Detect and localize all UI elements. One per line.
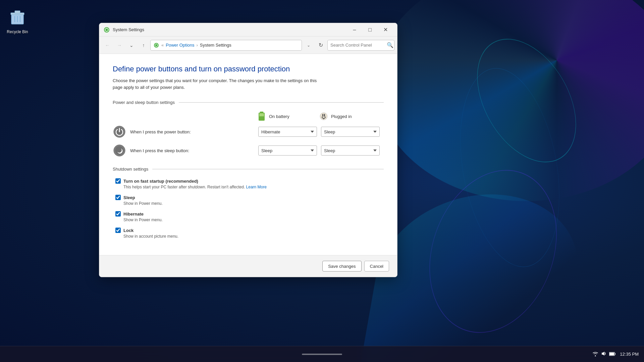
- forward-button[interactable]: →: [114, 40, 125, 51]
- taskbar-scrollbar-indicator: [302, 354, 342, 355]
- taskbar: 12:35 PM: [0, 346, 644, 362]
- power-button-on-battery-select[interactable]: Hibernate Do nothing Sleep Shut down Tur…: [258, 127, 317, 137]
- path-separator-before: «: [161, 43, 164, 48]
- section1-title: Power and sleep button settings: [113, 100, 175, 105]
- address-path[interactable]: « Power Options › System Settings: [150, 40, 302, 51]
- lock-checkbox[interactable]: [115, 228, 121, 233]
- section1-header: Power and sleep button settings: [113, 100, 384, 105]
- column-headers: On battery Plugged in: [113, 112, 384, 121]
- fast-startup-description: This helps start your PC faster after sh…: [123, 185, 384, 189]
- on-battery-header: On battery: [257, 112, 319, 121]
- address-bar: ← → ⌄ ↑ « Power Options › System Setting…: [99, 37, 397, 54]
- window-controls: – □ ✕: [347, 24, 393, 35]
- plugged-in-label: Plugged in: [331, 114, 352, 119]
- wifi-icon[interactable]: [592, 351, 598, 358]
- section1-divider: [179, 102, 384, 103]
- sleep-item: Sleep Show in Power menu.: [113, 195, 384, 206]
- power-button-label: When I press the power button:: [130, 129, 258, 134]
- up-button[interactable]: ↑: [138, 40, 149, 51]
- path-power-options[interactable]: Power Options: [166, 43, 194, 48]
- sleep-button-on-battery-select[interactable]: Sleep Do nothing Hibernate Shut down Tur…: [258, 145, 317, 156]
- sleep-description: Show in Power menu.: [123, 201, 384, 206]
- on-battery-label: On battery: [269, 114, 289, 119]
- back-button[interactable]: ←: [102, 40, 113, 51]
- minimize-button[interactable]: –: [347, 24, 362, 35]
- lock-description: Show in account picture menu.: [123, 234, 384, 239]
- sleep-checkbox[interactable]: [115, 195, 121, 200]
- recycle-bin-icon[interactable]: Recycle Bin: [7, 7, 28, 34]
- footer: Save changes Cancel: [99, 255, 397, 277]
- page-title: Define power buttons and turn on passwor…: [113, 65, 384, 73]
- fast-startup-checkbox[interactable]: [115, 178, 121, 184]
- close-button[interactable]: ✕: [378, 24, 393, 35]
- section2-divider: [152, 169, 384, 169]
- sleep-label[interactable]: Sleep: [123, 195, 135, 200]
- power-button-setting: When I press the power button: Hibernate…: [113, 125, 384, 138]
- svg-rect-33: [609, 353, 614, 355]
- lock-row: Lock: [115, 228, 384, 233]
- path-system-settings: System Settings: [200, 43, 231, 48]
- svg-marker-30: [602, 352, 604, 356]
- svg-rect-2: [15, 11, 20, 13]
- svg-rect-34: [615, 353, 615, 355]
- plugged-in-header: Plugged in: [319, 112, 381, 121]
- shutdown-section: Shutdown settings Turn on fast startup (…: [113, 167, 384, 239]
- search-input[interactable]: [330, 43, 387, 48]
- battery-status-icon[interactable]: [609, 351, 616, 357]
- lock-item: Lock Show in account picture menu.: [113, 228, 384, 239]
- description-line1: Choose the power settings that you want …: [113, 78, 317, 83]
- fast-startup-item: Turn on fast startup (recommended) This …: [113, 178, 384, 189]
- hibernate-description: Show in Power menu.: [123, 218, 384, 222]
- battery-icon: [257, 112, 266, 121]
- power-button-icon: [113, 125, 126, 138]
- system-settings-window: System Settings – □ ✕ ← → ⌄ ↑ «: [99, 23, 397, 277]
- taskbar-system-icons: [592, 351, 616, 358]
- path-chevron: ›: [197, 43, 198, 48]
- plug-icon: [319, 112, 328, 121]
- fast-startup-label[interactable]: Turn on fast startup (recommended): [123, 179, 198, 184]
- recycle-bin-label: Recycle Bin: [7, 29, 28, 34]
- save-changes-button[interactable]: Save changes: [322, 261, 361, 272]
- sleep-button-plugged-in-select[interactable]: Sleep Do nothing Hibernate Shut down Tur…: [321, 145, 380, 156]
- path-expand-button[interactable]: ⌄: [303, 40, 314, 51]
- sleep-button-setting: When I press the sleep button: Sleep Do …: [113, 144, 384, 157]
- recycle-bin-graphic: [7, 7, 28, 28]
- volume-icon[interactable]: [601, 351, 606, 358]
- cancel-button[interactable]: Cancel: [364, 261, 389, 272]
- recent-locations-button[interactable]: ⌄: [126, 40, 137, 51]
- path-icon: [153, 42, 159, 48]
- section2-title: Shutdown settings: [113, 167, 148, 172]
- svg-rect-24: [324, 114, 325, 117]
- power-button-plugged-in-select[interactable]: Sleep Do nothing Hibernate Shut down Tur…: [321, 127, 380, 137]
- window-title: System Settings: [113, 27, 347, 32]
- page-description: Choose the power settings that you want …: [113, 77, 384, 90]
- svg-rect-21: [259, 116, 264, 120]
- sleep-row: Sleep: [115, 195, 384, 200]
- search-box[interactable]: 🔍: [327, 40, 394, 51]
- learn-more-link[interactable]: Learn More: [246, 185, 267, 189]
- window-icon: [103, 26, 110, 33]
- refresh-button[interactable]: ↻: [315, 40, 326, 51]
- taskbar-right: 12:35 PM: [592, 351, 639, 358]
- sleep-button-label: When I press the sleep button:: [130, 148, 258, 153]
- content-area: Define power buttons and turn on passwor…: [99, 54, 397, 255]
- lock-label[interactable]: Lock: [123, 228, 133, 233]
- hibernate-label[interactable]: Hibernate: [123, 212, 144, 217]
- maximize-button[interactable]: □: [362, 24, 378, 35]
- search-submit-button[interactable]: 🔍: [387, 42, 393, 48]
- section2-header: Shutdown settings: [113, 167, 384, 172]
- svg-rect-23: [322, 114, 323, 117]
- hibernate-row: Hibernate: [115, 211, 384, 217]
- description-line2: page apply to all of your power plans.: [113, 85, 185, 90]
- current-time: 12:35 PM: [620, 352, 639, 357]
- title-bar: System Settings – □ ✕: [99, 23, 397, 37]
- clock[interactable]: 12:35 PM: [620, 352, 639, 357]
- fast-startup-row: Turn on fast startup (recommended): [115, 178, 384, 184]
- sleep-button-icon: [113, 144, 126, 157]
- hibernate-checkbox[interactable]: [115, 211, 121, 217]
- hibernate-item: Hibernate Show in Power menu.: [113, 211, 384, 222]
